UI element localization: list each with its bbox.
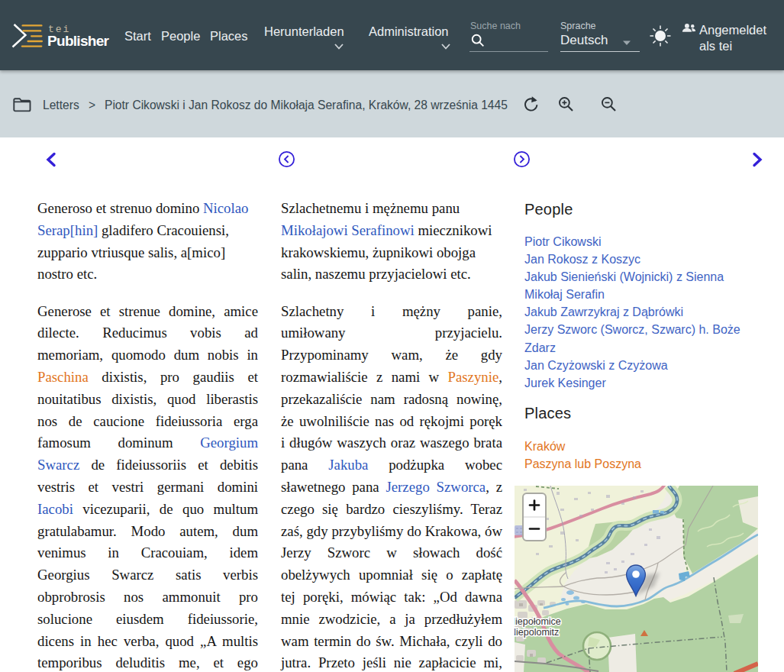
svg-text:Niepołomice: Niepołomice [515, 616, 561, 627]
svg-text:Publisher: Publisher [47, 33, 110, 49]
svg-text:Niepolomitz: Niepolomitz [515, 627, 559, 638]
